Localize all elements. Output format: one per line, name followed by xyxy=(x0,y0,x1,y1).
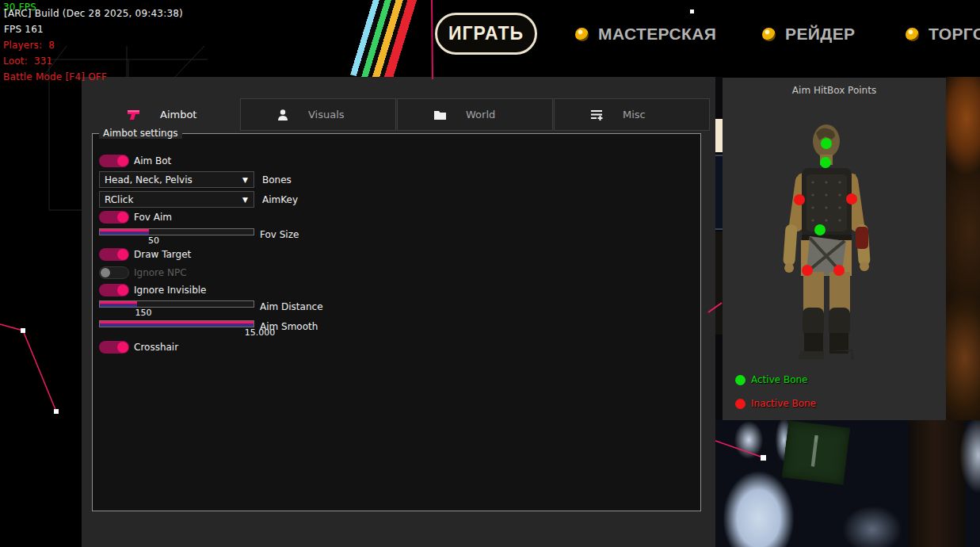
inactive-bone-dot-icon xyxy=(735,399,745,409)
draw-target-toggle[interactable] xyxy=(99,248,129,261)
aim-distance-slider[interactable] xyxy=(99,300,254,308)
fov-size-label: Fov Size xyxy=(260,229,299,240)
pistol-icon xyxy=(128,109,141,120)
ignore-npc-label: Ignore NPC xyxy=(134,267,187,278)
aim-smooth-slider[interactable] xyxy=(99,320,254,327)
aimbot-settings-group: Aimbot settings Aim Bot Head, Neck, Pelv… xyxy=(92,133,701,511)
bone-dot-left-hip[interactable] xyxy=(802,265,813,276)
ignore-invisible-label: Ignore Invisible xyxy=(134,285,206,296)
aim-bot-label: Aim Bot xyxy=(134,155,171,166)
topbar-item-trader[interactable]: ТОРГО xyxy=(906,21,980,48)
legend-label: Active Bone xyxy=(751,374,808,385)
bones-label: Bones xyxy=(262,174,292,186)
hud-loot-count: Loot: 331 xyxy=(3,55,52,67)
aimkey-dropdown[interactable]: RClick ▼ xyxy=(99,191,254,208)
active-bone-dot-icon xyxy=(735,375,745,385)
play-button[interactable]: ИГРАТЬ xyxy=(435,13,537,55)
legend-active-bone: Active Bone xyxy=(735,374,808,385)
topbar-item-label: ТОРГО xyxy=(929,25,980,44)
tab-bar: Aimbot Visuals World Misc xyxy=(82,98,715,131)
legend-inactive-bone: Inactive Bone xyxy=(735,398,816,409)
player-model-preview xyxy=(723,78,946,420)
hud-battle-mode: Battle Mode [F4] OFF xyxy=(3,71,107,82)
hud-players-count: Players: 8 xyxy=(3,40,55,51)
aim-distance-value: 150 xyxy=(135,308,152,318)
ignore-invisible-toggle[interactable] xyxy=(99,284,129,296)
bone-dot-pelvis[interactable] xyxy=(814,224,826,235)
bone-dot-left-arm[interactable] xyxy=(794,194,805,205)
tab-label: World xyxy=(466,109,495,120)
topbar-item-label: РЕЙДЕР xyxy=(785,25,855,44)
hud-build-info: [ARC] Build (Dec 28 2025, 09:43:38) xyxy=(4,8,183,19)
crosshair-toggle[interactable] xyxy=(99,341,129,354)
hitbox-panel: Aim HitBox Points xyxy=(723,78,946,420)
fov-size-value: 50 xyxy=(148,235,159,246)
aim-smooth-value: 15.000 xyxy=(245,327,276,338)
tab-label: Aimbot xyxy=(160,109,196,120)
draw-target-label: Draw Target xyxy=(134,249,191,260)
tab-aimbot[interactable]: Aimbot xyxy=(92,98,238,131)
scene-rust-wall xyxy=(946,77,980,420)
tab-label: Misc xyxy=(623,109,646,120)
topbar-item-workshop[interactable]: МАСТЕРСКАЯ xyxy=(575,21,716,48)
bone-dot-right-hip[interactable] xyxy=(833,265,845,276)
aimkey-dropdown-value: RClick xyxy=(100,194,242,205)
chevron-down-icon: ▼ xyxy=(242,176,254,184)
legend-label: Inactive Bone xyxy=(751,398,816,409)
person-icon xyxy=(276,109,289,121)
tab-misc[interactable]: Misc xyxy=(554,98,710,131)
aimkey-label: AimKey xyxy=(262,194,298,205)
crosshair-label: Crosshair xyxy=(134,342,178,353)
coin-icon xyxy=(762,28,776,41)
tab-visuals[interactable]: Visuals xyxy=(240,98,396,131)
tab-label: Visuals xyxy=(308,109,345,120)
cheat-menu-window: Aimbot Visuals World Misc xyxy=(82,77,715,547)
bone-dot-right-arm[interactable] xyxy=(846,193,857,205)
fov-size-slider[interactable] xyxy=(99,228,254,235)
folder-icon xyxy=(433,109,447,120)
topbar-item-raider[interactable]: РЕЙДЕР xyxy=(762,21,855,48)
coin-icon xyxy=(575,28,589,41)
scene-bottom-right xyxy=(715,420,980,547)
fov-aim-toggle[interactable] xyxy=(99,211,129,224)
chevron-down-icon: ▼ xyxy=(242,196,254,204)
hud-fps-counter: FPS 161 xyxy=(4,24,44,35)
bone-dot-head[interactable] xyxy=(821,138,832,149)
bones-dropdown-value: Head, Neck, Pelvis xyxy=(100,174,242,186)
sliders-icon xyxy=(590,109,604,120)
bone-dot-neck[interactable] xyxy=(820,157,831,168)
coin-icon xyxy=(906,28,919,41)
exit-sign xyxy=(782,421,850,485)
fov-aim-label: Fov Aim xyxy=(134,212,172,223)
aim-bot-toggle[interactable] xyxy=(99,155,129,167)
aim-distance-label: Aim Distance xyxy=(260,301,323,312)
white-marker-dot xyxy=(690,10,694,13)
topbar-item-label: МАСТЕРСКАЯ xyxy=(598,25,716,44)
group-title: Aimbot settings xyxy=(99,128,182,139)
tab-world[interactable]: World xyxy=(397,98,553,131)
bones-dropdown[interactable]: Head, Neck, Pelvis ▼ xyxy=(99,171,254,188)
ignore-npc-toggle[interactable] xyxy=(99,266,129,279)
